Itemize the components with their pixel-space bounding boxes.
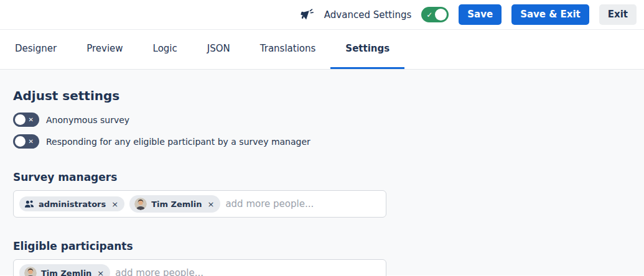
toggle-knob bbox=[15, 114, 26, 125]
survey-managers-input[interactable]: administrators × Tim Zemlin × bbox=[13, 190, 386, 218]
exit-button[interactable]: Exit bbox=[599, 4, 637, 25]
chip-administrators[interactable]: administrators × bbox=[19, 196, 124, 211]
chip-remove-icon[interactable]: × bbox=[111, 200, 118, 208]
tab-preview[interactable]: Preview bbox=[72, 30, 138, 69]
chip-label: Tim Zemlin bbox=[41, 269, 91, 276]
tab-json[interactable]: JSON bbox=[192, 30, 245, 69]
check-icon: ✓ bbox=[426, 11, 432, 19]
page-title: Adjust settings bbox=[13, 70, 631, 103]
top-action-bar: Advanced Settings ✓ Save Save & Exit Exi… bbox=[0, 0, 644, 30]
advanced-settings-toggle[interactable]: ✓ bbox=[421, 7, 449, 22]
manager-responding-toggle[interactable]: ✕ bbox=[13, 134, 39, 149]
tab-logic[interactable]: Logic bbox=[138, 30, 192, 69]
toggle-knob bbox=[435, 9, 447, 21]
chip-label: administrators bbox=[39, 200, 106, 209]
chip-tim-zemlin[interactable]: Tim Zemlin × bbox=[19, 264, 110, 276]
tab-settings[interactable]: Settings bbox=[330, 30, 404, 69]
chip-remove-icon[interactable]: × bbox=[97, 269, 104, 276]
avatar bbox=[134, 198, 147, 210]
cross-icon: ✕ bbox=[29, 139, 34, 145]
add-people-input[interactable] bbox=[115, 267, 380, 276]
tab-designer[interactable]: Designer bbox=[0, 30, 72, 69]
save-button[interactable]: Save bbox=[459, 4, 502, 25]
chip-label: Tim Zemlin bbox=[151, 200, 202, 209]
group-icon bbox=[24, 199, 34, 209]
toggle-knob bbox=[15, 136, 26, 147]
anonymous-survey-row: ✕ Anonymous survey bbox=[13, 113, 631, 127]
chip-remove-icon[interactable]: × bbox=[208, 200, 215, 208]
advanced-settings-label: Advanced Settings bbox=[324, 9, 411, 21]
manager-responding-label: Responding for any eligible participant … bbox=[46, 137, 310, 147]
add-people-input[interactable] bbox=[225, 198, 380, 209]
anonymous-survey-toggle[interactable]: ✕ bbox=[13, 113, 39, 127]
manager-responding-row: ✕ Responding for any eligible participan… bbox=[13, 134, 631, 149]
settings-panel: Adjust settings ✕ Anonymous survey ✕ Res… bbox=[0, 70, 644, 275]
save-and-exit-button[interactable]: Save & Exit bbox=[511, 4, 589, 25]
chip-tim-zemlin[interactable]: Tim Zemlin × bbox=[129, 195, 220, 213]
avatar bbox=[24, 267, 37, 276]
cross-icon: ✕ bbox=[29, 117, 34, 123]
megaphone-icon bbox=[299, 7, 314, 22]
eligible-participants-input[interactable]: Tim Zemlin × bbox=[13, 259, 386, 276]
eligible-participants-heading: Eligible participants bbox=[13, 240, 631, 252]
survey-managers-heading: Survey managers bbox=[13, 171, 631, 183]
anonymous-survey-label: Anonymous survey bbox=[46, 115, 129, 125]
tab-bar: Designer Preview Logic JSON Translations… bbox=[0, 30, 644, 70]
tab-translations[interactable]: Translations bbox=[245, 30, 331, 69]
